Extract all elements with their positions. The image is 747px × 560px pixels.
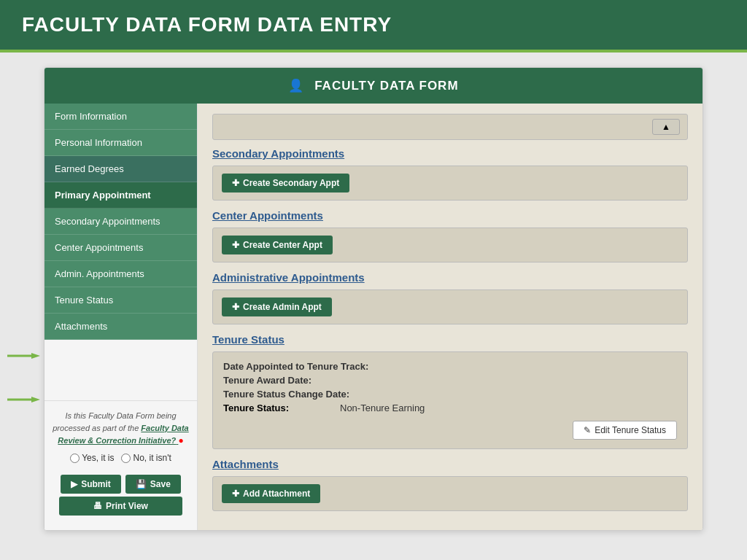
create-center-appt-button[interactable]: ✚ Create Center Appt xyxy=(222,236,333,254)
tenure-row-2: Tenure Status Change Date: xyxy=(223,389,677,400)
action-buttons: ▶ Submit 💾 Save xyxy=(52,469,190,497)
print-button[interactable]: 🖶 Print View xyxy=(59,497,182,516)
save-icon: 💾 xyxy=(136,479,147,489)
user-icon: 👤 xyxy=(288,79,304,93)
attachments-title: Attachments xyxy=(212,458,688,470)
pencil-icon: ✎ xyxy=(584,425,591,435)
administrative-appointments-title: Administrative Appointments xyxy=(212,271,688,284)
arrow-indicator-1 xyxy=(7,351,40,360)
sidebar-item-primary-appointment[interactable]: Primary Appointment xyxy=(44,182,197,209)
red-circle-icon: ● xyxy=(178,435,183,446)
form-body: Form Information Personal Information Ea… xyxy=(44,104,703,530)
sidebar-item-attachments[interactable]: Attachments xyxy=(44,314,197,340)
sidebar-item-tenure-status[interactable]: Tenure Status xyxy=(44,287,197,314)
submit-icon: ▶ xyxy=(71,479,77,489)
sidebar-info-text: Is this Faculty Data Form being processe… xyxy=(52,410,190,447)
sidebar-item-personal-information[interactable]: Personal Information xyxy=(44,130,197,156)
sidebar-item-secondary-appointments[interactable]: Secondary Appointments xyxy=(44,209,197,235)
center-appointments-bar: ✚ Create Center Appt xyxy=(212,228,688,262)
arrow-indicator-2 xyxy=(7,395,40,404)
plus-icon-admin: ✚ xyxy=(232,302,239,312)
edit-tenure-button[interactable]: ✎ Edit Tenure Status xyxy=(573,421,677,440)
radio-yes-label[interactable]: Yes, it is xyxy=(70,451,114,464)
save-button[interactable]: 💾 Save xyxy=(125,475,181,494)
svg-marker-1 xyxy=(31,353,40,359)
create-admin-appt-button[interactable]: ✚ Create Admin Appt xyxy=(222,298,332,316)
secondary-appointments-bar: ✚ Create Secondary Appt xyxy=(212,166,688,201)
edit-tenure-btn-area: ✎ Edit Tenure Status xyxy=(223,421,677,440)
plus-icon-center: ✚ xyxy=(232,240,239,250)
top-scroll-area: ▲ xyxy=(212,114,688,140)
sidebar-item-form-information[interactable]: Form Information xyxy=(44,104,197,130)
radio-no-label[interactable]: No, it isn't xyxy=(121,451,171,464)
form-main: ▲ Secondary Appointments ✚ Create Second… xyxy=(198,104,703,530)
sidebar-item-center-appointments[interactable]: Center Appointments xyxy=(44,235,197,261)
svg-marker-3 xyxy=(31,397,40,402)
page-header: FACULTY DATA FORM DATA ENTRY xyxy=(0,0,747,52)
scroll-top-button[interactable]: ▲ xyxy=(652,119,680,135)
radio-group: Yes, it is No, it isn't xyxy=(52,451,190,464)
tenure-status-row: Tenure Status: Non-Tenure Earning xyxy=(223,402,677,413)
form-title-bar: 👤 FACULTY DATA FORM xyxy=(44,68,703,104)
attachments-bar: ✚ Add Attachment xyxy=(212,476,688,511)
create-secondary-appt-button[interactable]: ✚ Create Secondary Appt xyxy=(222,174,349,192)
secondary-appointments-title: Secondary Appointments xyxy=(212,147,688,160)
form-title-text: FACULTY DATA FORM xyxy=(314,79,458,93)
tenure-row-1: Tenure Award Date: xyxy=(223,375,677,386)
add-attachment-button[interactable]: ✚ Add Attachment xyxy=(222,484,320,503)
tenure-status-title: Tenure Status xyxy=(212,333,688,346)
center-appointments-title: Center Appointments xyxy=(212,209,688,222)
submit-button[interactable]: ▶ Submit xyxy=(61,475,121,494)
tenure-row-0: Date Appointed to Tenure Track: xyxy=(223,361,677,372)
sidebar-item-earned-degrees[interactable]: Earned Degrees xyxy=(44,156,197,182)
plus-icon-secondary: ✚ xyxy=(232,178,239,188)
print-icon: 🖶 xyxy=(93,501,102,511)
radio-no[interactable] xyxy=(121,454,131,463)
sidebar-item-admin-appointments[interactable]: Admin. Appointments xyxy=(44,261,197,287)
form-container: 👤 FACULTY DATA FORM Form Information Per… xyxy=(44,67,703,531)
sidebar-nav: Form Information Personal Information Ea… xyxy=(44,104,197,400)
sidebar-bottom: Is this Faculty Data Form being processe… xyxy=(44,400,197,530)
sidebar: Form Information Personal Information Ea… xyxy=(44,104,198,530)
administrative-appointments-bar: ✚ Create Admin Appt xyxy=(212,289,688,324)
radio-yes[interactable] xyxy=(70,454,80,463)
tenure-section: Date Appointed to Tenure Track: Tenure A… xyxy=(212,351,688,449)
page-title: FACULTY DATA FORM DATA ENTRY xyxy=(22,13,725,36)
plus-icon-attachment: ✚ xyxy=(232,489,239,499)
